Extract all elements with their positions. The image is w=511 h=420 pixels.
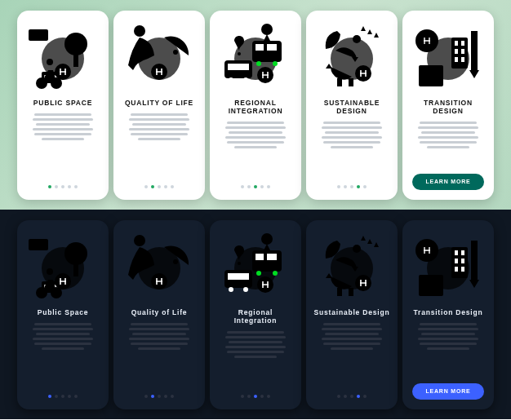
card-body-placeholder <box>129 323 189 350</box>
blueprint-icon <box>409 230 487 305</box>
onboarding-card-regional-integration: REGIONAL INTEGRATION <box>210 11 301 200</box>
transit-icon <box>216 20 295 95</box>
page-dot[interactable] <box>151 185 154 188</box>
learn-more-button[interactable]: LEARN MORE <box>412 383 484 400</box>
card-title: REGIONAL INTEGRATION <box>216 99 295 115</box>
page-dot[interactable] <box>74 185 78 188</box>
card-title: SUSTAINABLE DESIGN <box>313 99 391 115</box>
onboarding-card-sustainable-design: SUSTAINABLE DESIGN <box>306 11 398 200</box>
page-dot[interactable] <box>344 395 347 398</box>
page-dot[interactable] <box>267 395 270 398</box>
page-dot[interactable] <box>48 395 51 398</box>
card-title: Public Space <box>38 308 89 316</box>
page-dot[interactable] <box>158 185 161 188</box>
onboarding-card-transition-design: TRANSITION DESIGNLEARN MORE <box>402 11 494 200</box>
page-dot[interactable] <box>55 395 58 398</box>
card-body-placeholder <box>225 122 286 148</box>
page-dot[interactable] <box>350 185 353 188</box>
page-dot[interactable] <box>164 185 167 188</box>
onboarding-card-transition-design: Transition DesignLEARN MORE <box>402 220 494 409</box>
page-indicator[interactable] <box>337 185 367 190</box>
dark-theme-row: Public SpaceQuality of LifeRegional Inte… <box>0 210 511 419</box>
card-title: PUBLIC SPACE <box>33 99 92 107</box>
page-indicator[interactable] <box>144 395 174 400</box>
page-dot[interactable] <box>247 395 251 398</box>
page-indicator[interactable] <box>241 395 270 400</box>
vitality-icon <box>120 230 198 305</box>
card-body-placeholder <box>322 122 382 148</box>
page-dot[interactable] <box>144 395 148 398</box>
page-dot[interactable] <box>344 185 347 188</box>
card-body-placeholder <box>129 113 189 140</box>
page-dot[interactable] <box>267 185 270 188</box>
onboarding-card-quality-of-life: QUALITY OF LIFE <box>113 11 205 200</box>
page-dot[interactable] <box>48 185 51 188</box>
page-dot[interactable] <box>171 395 174 398</box>
page-dot[interactable] <box>68 185 71 188</box>
page-dot[interactable] <box>61 185 64 188</box>
onboarding-card-regional-integration: Regional Integration <box>210 220 301 409</box>
page-dot[interactable] <box>337 185 340 188</box>
page-dot[interactable] <box>241 185 244 188</box>
page-dot[interactable] <box>68 395 71 398</box>
park-icon <box>24 20 102 95</box>
park-icon <box>24 230 102 305</box>
page-dot[interactable] <box>158 395 161 398</box>
page-dot[interactable] <box>254 395 257 398</box>
page-dot[interactable] <box>247 185 251 188</box>
page-indicator[interactable] <box>241 185 270 190</box>
page-dot[interactable] <box>350 395 353 398</box>
card-title: Regional Integration <box>216 308 295 325</box>
card-title: Sustainable Design <box>314 308 390 316</box>
card-body-placeholder <box>418 122 478 148</box>
light-theme-row: PUBLIC SPACEQUALITY OF LIFEREGIONAL INTE… <box>0 0 511 210</box>
card-body-placeholder <box>33 113 93 140</box>
page-dot[interactable] <box>357 185 360 188</box>
page-dot[interactable] <box>74 395 78 398</box>
eco-icon <box>313 230 391 305</box>
card-title: Transition Design <box>414 308 483 316</box>
learn-more-button[interactable]: LEARN MORE <box>412 174 484 190</box>
card-body-placeholder <box>322 323 382 350</box>
blueprint-icon <box>409 20 487 95</box>
page-dot[interactable] <box>363 185 367 188</box>
page-dot[interactable] <box>164 395 167 398</box>
page-dot[interactable] <box>61 395 64 398</box>
page-dot[interactable] <box>260 395 264 398</box>
page-dot[interactable] <box>357 395 360 398</box>
page-dot[interactable] <box>241 395 244 398</box>
card-title: QUALITY OF LIFE <box>125 99 193 107</box>
page-dot[interactable] <box>254 185 257 188</box>
page-dot[interactable] <box>171 185 174 188</box>
card-body-placeholder <box>33 323 93 350</box>
page-indicator[interactable] <box>48 395 78 400</box>
page-dot[interactable] <box>144 185 148 188</box>
page-dot[interactable] <box>337 395 340 398</box>
page-dot[interactable] <box>260 185 264 188</box>
page-dot[interactable] <box>363 395 367 398</box>
onboarding-card-sustainable-design: Sustainable Design <box>306 220 398 409</box>
onboarding-card-public-space: Public Space <box>17 220 109 409</box>
page-indicator[interactable] <box>48 185 78 190</box>
eco-icon <box>313 20 391 95</box>
card-body-placeholder <box>418 323 478 350</box>
card-body-placeholder <box>225 331 286 358</box>
page-dot[interactable] <box>151 395 154 398</box>
onboarding-card-public-space: PUBLIC SPACE <box>17 11 109 200</box>
page-dot[interactable] <box>55 185 58 188</box>
vitality-icon <box>120 20 198 95</box>
card-title: Quality of Life <box>131 308 188 316</box>
transit-icon <box>216 230 295 305</box>
page-indicator[interactable] <box>144 185 174 190</box>
page-indicator[interactable] <box>337 395 367 400</box>
card-title: TRANSITION DESIGN <box>409 99 487 115</box>
onboarding-card-quality-of-life: Quality of Life <box>113 220 205 409</box>
